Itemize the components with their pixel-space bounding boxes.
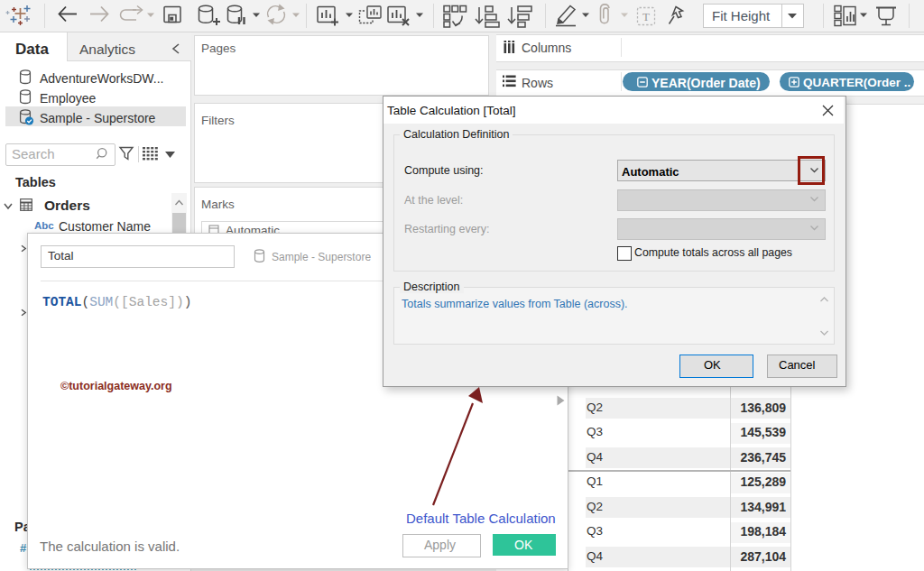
svg-text:Fit Height: Fit Height [712, 8, 771, 23]
svg-text:T: T [642, 10, 650, 23]
